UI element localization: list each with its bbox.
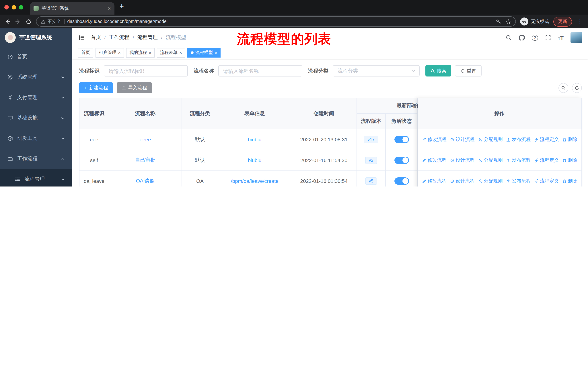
ops-row: 修改流程 设计流程 分配规则 [418,171,581,186]
process-name-link[interactable]: eeee [140,137,151,142]
process-id: eee [90,137,98,142]
publish-process-action[interactable]: 发布流程 [506,178,531,184]
active-toggle[interactable] [394,157,409,164]
process-category-select[interactable]: 流程分类 [333,65,420,77]
process-definition-action[interactable]: 流程定义 [534,157,559,163]
tag-process-form[interactable]: 流程表单× [157,48,185,57]
browser-menu-icon[interactable]: ⋮ [576,18,584,25]
sidebar-item-infrastructure[interactable]: 基础设施 [0,108,72,128]
browser-tab[interactable]: 芋道管理系统 × [30,2,115,15]
version-badge: v17 [364,136,378,143]
breadcrumb-process-management[interactable]: 流程管理 [137,34,158,41]
form-info-link[interactable]: biubiu [248,137,262,142]
edit-process-action[interactable]: 修改流程 [422,178,447,184]
tag-home[interactable]: 首页 [78,48,93,57]
close-icon[interactable]: × [118,50,121,55]
breadcrumb-home[interactable]: 首页 [91,34,101,41]
sidebar-item-home[interactable]: 首页 [0,47,72,67]
process-category: 默认 [195,136,205,143]
sidebar-item-payment[interactable]: 支付管理 [0,87,72,108]
github-icon[interactable] [519,34,525,40]
incognito-badge[interactable]: 无痕模式 [520,18,549,26]
address-bar[interactable]: 不安全 dashboard.yudao.iocoder.cn/bpm/manag… [36,16,516,27]
delete-action[interactable]: 删除 [562,157,578,163]
bookmark-star-icon[interactable] [506,19,511,24]
update-button[interactable]: 更新 [553,17,572,26]
show-search-button[interactable] [558,83,568,93]
delete-action[interactable]: 删除 [562,178,578,184]
close-icon[interactable]: × [149,50,151,55]
tag-label: 流程表单 [160,50,178,56]
reset-button[interactable]: 重置 [455,65,482,77]
form-info-link[interactable]: /bpm/oa/leave/create [231,178,279,184]
close-icon[interactable]: × [215,50,217,55]
tag-tenant[interactable]: 租户管理× [95,48,124,57]
app-logo[interactable]: 芋道管理系统 [0,28,72,47]
process-name-input[interactable] [218,65,302,77]
filter-form: 流程标识 流程名称 流程分类 流程分类 搜索 重置 [79,65,582,77]
form-info-link[interactable]: biubiu [248,157,262,163]
breadcrumb-separator: / [161,35,163,40]
new-tab-button[interactable]: + [120,2,124,10]
security-warning[interactable]: 不安全 [41,18,61,25]
active-tab-dot [191,51,194,54]
process-id-input[interactable] [104,65,188,77]
forward-icon[interactable] [15,18,21,25]
import-process-button[interactable]: 导入流程 [117,82,152,93]
table-header: 流程标识 流程名称 流程分类 表单信息 创建时间 最新部署的流程定义 流程版本 … [79,98,418,129]
version-badge: v5 [365,177,377,185]
close-icon[interactable]: × [179,50,182,55]
design-process-action[interactable]: 设计流程 [450,178,475,184]
active-toggle[interactable] [394,177,409,185]
briefcase-icon [7,156,13,162]
publish-process-action[interactable]: 发布流程 [506,136,531,143]
refresh-table-button[interactable] [572,83,582,93]
design-process-action[interactable]: 设计流程 [450,157,475,163]
fullscreen-icon[interactable] [545,34,551,40]
search-button[interactable]: 搜索 [425,65,451,77]
zoom-window-button[interactable] [19,5,23,10]
assign-rule-action[interactable]: 分配规则 [478,157,503,163]
design-process-action[interactable]: 设计流程 [450,136,475,143]
trash-icon [562,179,567,183]
back-icon[interactable] [4,18,10,25]
tag-my-process[interactable]: 我的流程× [126,48,155,57]
create-process-button[interactable]: + 新建流程 [79,82,113,93]
sidebar-item-process-management[interactable]: 流程管理 [0,169,72,186]
tag-process-model[interactable]: 流程模型× [187,48,220,57]
user-avatar[interactable] [570,32,582,43]
omnibox-actions [496,19,511,24]
sidebar-item-system[interactable]: 系统管理 [0,67,72,87]
search-icon[interactable] [505,34,512,40]
process-name-link[interactable]: OA 请假 [136,178,155,184]
table-main: 流程标识 流程名称 流程分类 表单信息 创建时间 最新部署的流程定义 流程版本 … [79,98,418,186]
password-key-icon[interactable] [496,19,501,24]
minimize-window-button[interactable] [12,5,16,10]
tab-close-icon[interactable]: × [108,6,111,11]
active-toggle[interactable] [394,136,409,143]
delete-action[interactable]: 删除 [562,136,578,143]
link-icon [534,137,539,142]
process-name-link[interactable]: 自己审批 [135,157,156,163]
sidebar-fold-icon[interactable] [78,34,85,41]
assign-rule-action[interactable]: 分配规则 [478,178,503,184]
link-icon [534,158,539,163]
browser-tab-strip: 芋道管理系统 × + [0,0,588,15]
reload-icon[interactable] [26,18,32,25]
breadcrumb-workflow[interactable]: 工作流程 [109,34,129,41]
publish-process-action[interactable]: 发布流程 [506,157,531,163]
help-icon[interactable]: ? [532,34,538,40]
process-definition-action[interactable]: 流程定义 [534,178,559,184]
process-definition-action[interactable]: 流程定义 [534,136,559,143]
sidebar-item-devtools[interactable]: 研发工具 [0,128,72,149]
font-size-icon[interactable]: TT [558,34,564,40]
chevron-up-icon [61,177,65,181]
sidebar-item-workflow[interactable]: 工作流程 [0,149,72,169]
close-window-button[interactable] [4,5,9,10]
table-toolbar: + 新建流程 导入流程 [79,82,582,93]
refresh-icon [460,69,465,73]
monitor-icon [7,115,13,121]
edit-process-action[interactable]: 修改流程 [422,136,447,143]
edit-process-action[interactable]: 修改流程 [422,157,447,163]
assign-rule-action[interactable]: 分配规则 [478,136,503,143]
